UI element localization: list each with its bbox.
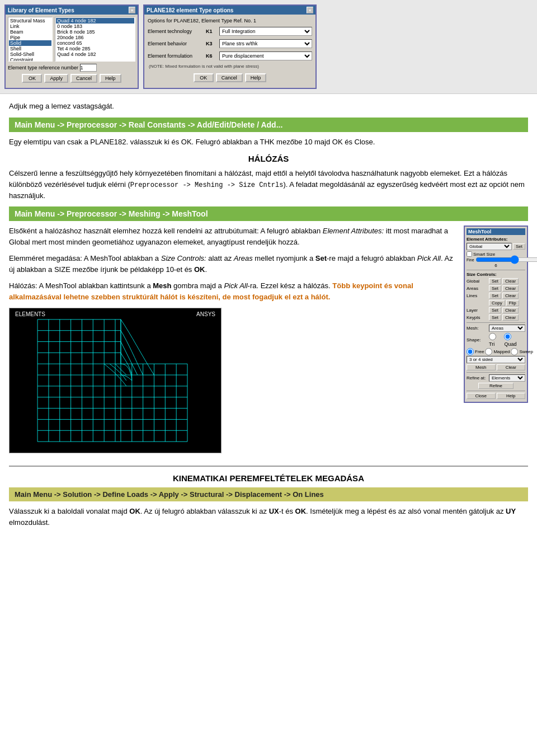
divider3	[467, 372, 525, 373]
areas-size-label: Areas	[467, 286, 488, 291]
list-item[interactable]: Pipe	[9, 35, 51, 40]
tech-label: Element technology	[148, 29, 204, 34]
copy-flip-row: Copy Flip	[467, 300, 525, 306]
element-item[interactable]: concord 65	[56, 40, 134, 46]
list-item[interactable]: Structural Mass	[9, 18, 51, 24]
lines-set-btn[interactable]: Set	[489, 293, 501, 299]
keypts-label: Keypts	[467, 315, 488, 320]
layer-label: Layer	[467, 308, 488, 313]
meshtool-help-btn[interactable]: Help	[497, 393, 526, 399]
element-item[interactable]: Quad 4 node 182	[56, 18, 134, 24]
ok-strong: OK	[194, 265, 205, 274]
copy-btn[interactable]: Copy	[489, 300, 505, 306]
areas-clear-btn[interactable]: Clear	[502, 285, 519, 292]
refine-label: Refine at:	[467, 375, 488, 381]
ansys-label: ANSYS	[196, 311, 215, 317]
sweep-radio[interactable]	[511, 348, 518, 355]
ea-set-btn[interactable]: Set	[513, 243, 525, 250]
plane182-help-btn[interactable]: Help	[245, 73, 267, 82]
code-preprocessor: Preprocessor -> Meshing -> Size Cntrls	[130, 181, 284, 189]
meshtool-title: MeshTool	[467, 228, 525, 235]
mesh-select-row: Mesh: Areas	[467, 325, 525, 332]
plane182-tech-row: Element technology K1 Full Integration	[148, 27, 312, 36]
tri-radio[interactable]	[489, 333, 496, 340]
ea-em: Element Attributes:	[323, 227, 384, 235]
line2-text: Egy elemtípu van csak a PLANE182. válass…	[9, 138, 375, 146]
formulation-select[interactable]: Pure displacement	[219, 51, 312, 60]
list-item[interactable]: Constraint	[9, 57, 51, 62]
global-clear-btn[interactable]: Clear	[502, 278, 519, 284]
line1-text: Adjuk meg a lemez vastagságát.	[9, 102, 114, 110]
layer-clear-btn[interactable]: Clear	[502, 307, 519, 313]
tri-label: Tri	[489, 341, 494, 347]
mesh-image: ELEMENTS ANSYS	[9, 308, 222, 453]
size-slider-row: Fine Coarse	[467, 257, 525, 262]
smart-size-checkbox[interactable]	[467, 251, 472, 257]
mesh-clear-btn[interactable]: Clear	[497, 364, 526, 370]
plane182-cancel-btn[interactable]: Cancel	[216, 73, 243, 82]
sweep-label: Sweep	[519, 349, 533, 354]
element-item[interactable]: Brick 8 node 185	[56, 29, 134, 35]
node-select[interactable]: 3 or 4 sided	[467, 356, 525, 363]
mesh-svg	[10, 308, 221, 453]
ref-input[interactable]	[80, 64, 97, 72]
meshtool-close-btn[interactable]: Close	[467, 393, 496, 399]
list-item[interactable]: Beam	[9, 29, 51, 35]
refine-btn[interactable]: Refine	[478, 383, 514, 389]
node-select-row: 3 or 4 sided	[467, 356, 525, 363]
free-radio[interactable]	[467, 348, 474, 355]
mesh-p2: Elemméret megadása: A MeshTool ablakban …	[9, 253, 457, 275]
plane182-ok-btn[interactable]: OK	[194, 73, 214, 82]
plane182-title-bar: PLANE182 element Type options ×	[144, 6, 315, 15]
halozes-p1: Célszerű lenne a feszültséggyűjtő hely k…	[9, 168, 528, 201]
line1-block: Adjuk meg a lemez vastagságát.	[9, 101, 528, 112]
main-content: Adjuk meg a lemez vastagságát. Main Menu…	[0, 94, 537, 540]
mesh-btn[interactable]: Mesh	[467, 364, 496, 370]
library-close-btn[interactable]: ×	[129, 7, 135, 13]
list-item[interactable]: Solid-Shell	[9, 51, 51, 57]
refine-select[interactable]: Elements	[489, 374, 525, 382]
lines-size-label: Lines	[467, 293, 488, 298]
keypts-set-btn[interactable]: Set	[489, 314, 501, 321]
list-item-solid[interactable]: Solid	[9, 40, 51, 46]
plane182-window: PLANE182 element Type options × Options …	[143, 4, 317, 89]
behavior-select[interactable]: Plane strs w/thk	[219, 39, 312, 48]
ok-button[interactable]: OK	[22, 74, 42, 83]
library-left-panel: Structural Mass Link Beam Pipe Solid She…	[8, 17, 53, 62]
keypts-clear-btn[interactable]: Clear	[502, 314, 519, 321]
cancel-button[interactable]: Cancel	[70, 74, 97, 83]
help-button[interactable]: Help	[100, 74, 121, 83]
layer-row: Layer Set Clear	[467, 307, 525, 313]
ok-strong-3: OK	[295, 507, 307, 515]
behavior-label: Element behavior	[148, 41, 204, 46]
ok-strong-2: OK	[129, 507, 140, 515]
plane182-subtitle: Options for PLANE182, Element Type Ref. …	[148, 18, 312, 24]
size-slider[interactable]	[475, 257, 537, 262]
plane182-close-btn[interactable]: ×	[307, 7, 313, 13]
lines-clear-btn[interactable]: Clear	[502, 293, 519, 299]
plane182-title-text: PLANE182 element Type options	[147, 7, 233, 13]
apply-button[interactable]: Apply	[44, 74, 68, 83]
ea-select[interactable]: Global	[467, 243, 512, 250]
library-body: Structural Mass Link Beam Pipe Solid She…	[6, 15, 138, 87]
global-set-btn[interactable]: Set	[489, 278, 501, 284]
element-item[interactable]: Tet 4 node 285	[56, 46, 134, 51]
flip-btn[interactable]: Flip	[506, 300, 519, 306]
element-item[interactable]: 20node 186	[56, 35, 134, 40]
areas-set-btn[interactable]: Set	[489, 285, 501, 292]
layer-set-btn[interactable]: Set	[489, 307, 501, 313]
mesh-text-area: Elsőként a halózáshoz használt elemhez h…	[9, 226, 457, 459]
quad-radio[interactable]	[504, 333, 511, 340]
kinematikai-title: KINEMATIKAI PEREMFELTÉTELEK MEGADÁSA	[9, 473, 528, 483]
ux-strong: UX	[269, 507, 279, 515]
element-list[interactable]: Quad 4 node 182 0 node 183 Brick 8 node …	[55, 17, 135, 62]
library-content: Structural Mass Link Beam Pipe Solid She…	[8, 17, 135, 62]
mesh-select[interactable]: Areas	[489, 325, 525, 332]
mapped-radio[interactable]	[485, 348, 492, 355]
category-list[interactable]: Structural Mass Link Beam Pipe Solid She…	[8, 17, 53, 62]
element-item[interactable]: Quad 4 node 182	[56, 51, 134, 57]
element-item[interactable]: 0 node 183	[56, 24, 134, 29]
list-item[interactable]: Link	[9, 24, 51, 29]
list-item[interactable]: Shell	[9, 46, 51, 51]
tech-select[interactable]: Full Integration	[219, 27, 312, 36]
